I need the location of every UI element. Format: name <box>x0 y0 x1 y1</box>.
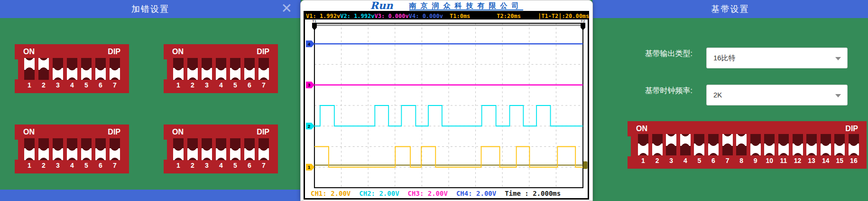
dip-number: 5 <box>81 81 92 89</box>
t1-cursor-pin[interactable] <box>312 23 317 30</box>
dip-rocker <box>230 68 240 80</box>
dip-rocker <box>67 148 77 160</box>
dip-switch-7[interactable] <box>110 58 120 80</box>
dip-rocker <box>764 144 775 155</box>
dip-rocker <box>778 144 789 155</box>
dip-on-label: ON <box>23 48 35 56</box>
dip-switch-4[interactable] <box>67 138 77 160</box>
dip-switch-11[interactable] <box>778 134 789 155</box>
dip-switch-14[interactable] <box>821 134 831 155</box>
dip-switch-4[interactable] <box>216 138 226 160</box>
dip-switch-2[interactable] <box>187 138 198 160</box>
trigger-handle[interactable] <box>583 161 588 169</box>
dip-slot-row <box>173 138 269 160</box>
t1-cursor-label: T1 <box>312 19 317 23</box>
measurement-readout: V4: 0.000v <box>409 13 443 19</box>
dip-switch-5[interactable] <box>230 138 240 160</box>
chevron-down-icon <box>835 94 841 97</box>
dip-rocker <box>202 148 212 160</box>
dip-number: 15 <box>834 157 845 164</box>
error-settings-header: 加错设置 ✕ <box>0 0 301 18</box>
dip-number-row: 1234567 <box>24 162 120 169</box>
dip-switch-5[interactable] <box>81 138 92 160</box>
dip-switch-1[interactable] <box>173 138 184 160</box>
dip-switch-5[interactable] <box>694 134 704 155</box>
dip-number: 4 <box>680 157 691 164</box>
dip-switch-6[interactable] <box>244 58 255 80</box>
chevron-down-icon <box>835 57 841 60</box>
dip-switch-4[interactable] <box>67 58 77 80</box>
dip-switch-6[interactable] <box>244 138 255 160</box>
dip-switch-1[interactable] <box>638 134 648 155</box>
baseband-output-type-select[interactable]: 16比特 <box>706 48 848 68</box>
dip-switch-3[interactable] <box>53 58 63 80</box>
dip-number: 6 <box>244 81 255 89</box>
dip-number: 7 <box>259 162 269 169</box>
dip-board-4: ONDIP1234567 <box>164 124 278 173</box>
dip-rocker <box>38 58 49 70</box>
dip-switch-10[interactable] <box>764 134 775 155</box>
dip-switch-6[interactable] <box>708 134 719 155</box>
dip-switch-4[interactable] <box>680 134 691 155</box>
dip-switch-4[interactable] <box>216 58 226 80</box>
baseband-settings-header: 基带设置 <box>592 0 868 18</box>
baseband-clock-rate-select[interactable]: 2K <box>706 85 848 105</box>
baseband-output-type-value: 16比特 <box>713 48 736 68</box>
dip-switch-7[interactable] <box>110 138 120 160</box>
dip-number: 3 <box>202 162 212 169</box>
board-notch <box>15 140 18 160</box>
dip-rocker <box>722 134 733 146</box>
dip-number: 16 <box>849 157 859 164</box>
dip-switch-6[interactable] <box>95 58 106 80</box>
dip-switch-3[interactable] <box>202 58 212 80</box>
app-stage: 加错设置 ✕ ONDIP1234567 ONDIP1234567 ONDIP12… <box>0 0 868 201</box>
dip-switch-3[interactable] <box>53 138 63 160</box>
dip-switch-6[interactable] <box>95 138 106 160</box>
dip-switch-2[interactable] <box>38 138 49 160</box>
dip-switch-9[interactable] <box>750 134 761 155</box>
dip-rocker <box>187 148 198 160</box>
close-icon[interactable]: ✕ <box>281 0 292 18</box>
ch1-marker-number: 1 <box>308 164 311 170</box>
dip-switch-1[interactable] <box>24 138 35 160</box>
next-panel-titlebar <box>0 190 301 201</box>
dip-switch-7[interactable] <box>259 58 269 80</box>
dip-switch-2[interactable] <box>652 134 663 155</box>
dip-switch-8[interactable] <box>736 134 747 155</box>
dip-rocker <box>244 148 255 160</box>
dip-switch-1[interactable] <box>24 58 35 80</box>
dip-rocker <box>24 148 35 160</box>
dip-number: 5 <box>230 81 240 89</box>
t2-cursor-pin[interactable] <box>581 23 585 30</box>
channel-readout: CH2: 2.00V <box>359 190 399 197</box>
dip-switch-2[interactable] <box>187 58 198 80</box>
dip-rocker <box>216 148 226 160</box>
dip-switch-7[interactable] <box>259 138 269 160</box>
dip-switch-5[interactable] <box>230 58 240 80</box>
dip-dip-label: DIP <box>257 128 269 136</box>
dip-switch-1[interactable] <box>173 58 184 80</box>
dip-switch-3[interactable] <box>666 134 676 155</box>
oscilloscope-display: V1: 1.992vV2: 1.992vV3: 0.000vV4: 0.000v… <box>304 11 589 200</box>
dip-switch-16[interactable] <box>849 134 859 155</box>
dip-dip-label: DIP <box>845 124 858 133</box>
dip-number: 3 <box>53 162 63 169</box>
channel-readout: CH4: 2.00V <box>456 190 496 197</box>
dip-switch-7[interactable] <box>722 134 733 155</box>
dip-rocker <box>259 148 269 160</box>
board-notch <box>164 140 167 160</box>
dip-number: 9 <box>750 157 761 164</box>
dip-switch-12[interactable] <box>793 134 803 155</box>
dip-on-label: ON <box>636 124 647 133</box>
dip-switch-2[interactable] <box>38 58 49 80</box>
dip-switch-3[interactable] <box>202 138 212 160</box>
dip-number: 2 <box>187 162 198 169</box>
dip-switch-15[interactable] <box>834 134 845 155</box>
dip-number: 3 <box>666 157 676 164</box>
dip-rocker <box>821 144 831 155</box>
dip-switch-5[interactable] <box>81 58 92 80</box>
dip-number: 1 <box>638 157 648 164</box>
baseband-settings-title: 基带设置 <box>711 3 749 15</box>
dip-switch-13[interactable] <box>806 134 817 155</box>
dip-number: 2 <box>652 157 663 164</box>
